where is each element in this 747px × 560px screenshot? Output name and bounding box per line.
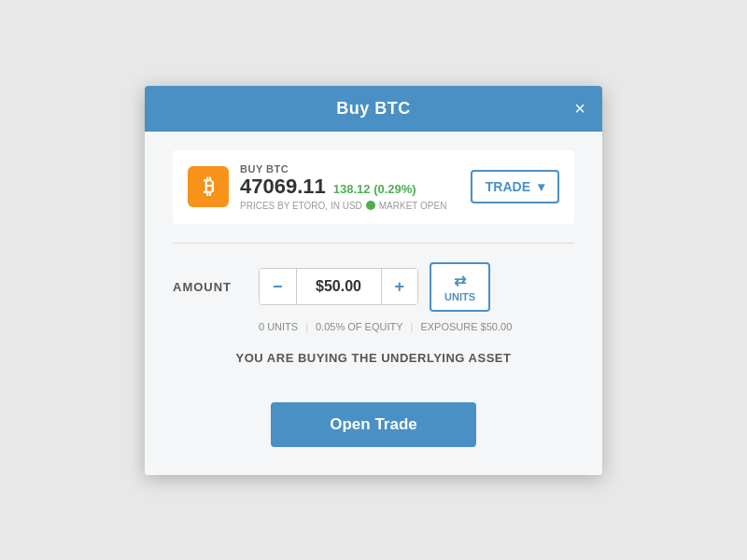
amount-value: $50.00 (297, 269, 381, 304)
market-open-icon (366, 201, 375, 210)
underlying-message: YOU ARE BUYING THE UNDERLYING ASSET (173, 351, 574, 365)
units-label: UNITS (444, 291, 475, 302)
amount-minus-button[interactable]: − (260, 269, 297, 304)
asset-source: PRICES BY ETORO, IN USD MARKET OPEN (240, 201, 446, 211)
info-row: 0 UNITS | 0.05% OF EQUITY | EXPOSURE $50… (173, 321, 574, 332)
amount-controls: − $50.00 + (259, 268, 418, 305)
units-arrows-icon: ⇄ (454, 272, 466, 289)
modal-overlay: Buy BTC × ₿ BUY BTC 47069.11 138.12 (0.2… (0, 0, 747, 560)
price-change-row: 47069.11 138.12 (0.29%) (240, 175, 446, 199)
amount-label: AMOUNT (173, 280, 247, 294)
amount-plus-button[interactable]: + (381, 269, 418, 304)
modal-title: Buy BTC (336, 99, 411, 119)
asset-info: ₿ BUY BTC 47069.11 138.12 (0.29%) PRICES… (188, 163, 446, 211)
units-toggle-button[interactable]: ⇄ UNITS (430, 262, 490, 312)
close-button[interactable]: × (574, 99, 585, 118)
divider (173, 243, 574, 244)
trade-dropdown-label: TRADE (486, 179, 530, 194)
amount-row: AMOUNT − $50.00 + ⇄ UNITS (173, 262, 574, 312)
trade-dropdown[interactable]: TRADE ▾ (471, 170, 559, 203)
asset-price: 47069.11 (240, 175, 326, 199)
asset-row: ₿ BUY BTC 47069.11 138.12 (0.29%) PRICES… (173, 150, 574, 224)
modal-body: ₿ BUY BTC 47069.11 138.12 (0.29%) PRICES… (145, 132, 602, 475)
btc-icon: ₿ (188, 166, 229, 207)
asset-details: BUY BTC 47069.11 138.12 (0.29%) PRICES B… (240, 163, 446, 211)
trade-dropdown-chevron: ▾ (538, 179, 544, 194)
asset-buy-label: BUY BTC (240, 163, 446, 175)
exposure-info: EXPOSURE $50.00 (420, 321, 512, 332)
units-info: 0 UNITS (259, 321, 298, 332)
modal-header: Buy BTC × (145, 86, 602, 132)
open-trade-button[interactable]: Open Trade (271, 402, 476, 447)
equity-info: 0.05% OF EQUITY (316, 321, 403, 332)
buy-btc-modal: Buy BTC × ₿ BUY BTC 47069.11 138.12 (0.2… (145, 86, 602, 475)
asset-change: 138.12 (0.29%) (333, 182, 416, 196)
